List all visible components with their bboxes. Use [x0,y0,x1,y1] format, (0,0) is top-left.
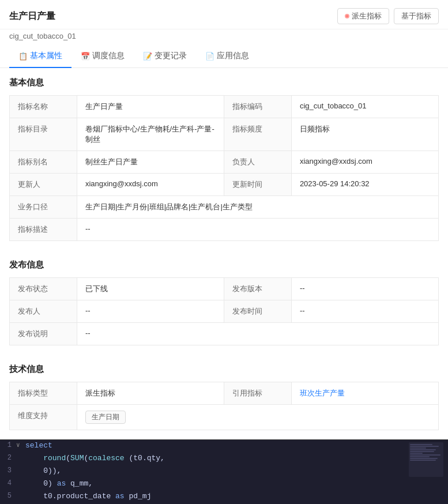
line-num: 5 [0,491,16,501]
label-cell: 指标目录 [10,118,77,151]
value-cell: cig_cut_tobacco_01 [291,96,438,118]
minimap-lines [409,442,443,462]
value-cell: 生产日期 [77,405,438,430]
value-cell: -- [291,300,438,323]
value-cell: 班次生产产量 [291,382,438,405]
label-cell: 业务口径 [10,196,77,219]
code-line-3: 3 0)), [0,465,448,478]
dimension-tag[interactable]: 生产日期 [85,411,126,424]
referenced-indicator-link[interactable]: 班次生产产量 [300,389,345,397]
minimap [409,442,443,477]
label-cell: 发布时间 [224,300,291,323]
value-cell: -- [77,323,438,345]
tabs-bar: 📋 基本属性 📅 调度信息 📝 变更记录 📄 应用信息 [0,45,448,68]
label-cell: 维度支持 [10,405,77,430]
table-row: 指标名称 生产日产量 指标编码 cig_cut_tobacco_01 [10,96,439,118]
tab-apply[interactable]: 📄 应用信息 [196,45,258,68]
changes-tab-label: 变更记录 [155,51,187,61]
label-cell: 指标类型 [10,382,77,405]
code-line-4: 4 0) as q_mm, [0,478,448,491]
code-line-1: 1 ∨ select [0,440,448,453]
table-row: 指标类型 派生指标 引用指标 班次生产产量 [10,382,439,405]
label-cell: 指标描述 [10,219,77,241]
label-cell: 引用指标 [224,382,291,405]
line-num: 3 [0,465,16,476]
value-cell: 生产日产量 [77,96,224,118]
label-cell: 负责人 [224,151,291,174]
label-cell: 指标编码 [224,96,291,118]
line-num: 4 [0,478,16,488]
table-row: 业务口径 生产日期|生产月份|班组|品牌名|生产机台|生产类型 [10,196,439,219]
page-container: 生产日产量 派生指标 基于指标 cig_cut_tobacco_01 📋 基本属… [0,0,448,504]
page-title: 生产日产量 [9,10,55,22]
table-row: 发布状态 已下线 发布版本 -- [10,278,439,300]
tab-schedule[interactable]: 📅 调度信息 [71,45,134,68]
fold-toggle[interactable]: ∨ [16,440,25,450]
table-row: 发布人 -- 发布时间 -- [10,300,439,323]
fold-toggle [16,465,25,475]
tech-info-section: 技术信息 指标类型 派生指标 引用指标 班次生产产量 维度支持 生产日期 [0,355,448,430]
label-cell: 发布人 [10,300,77,323]
top-header: 生产日产量 派生指标 基于指标 [0,0,448,29]
table-row: 指标目录 卷烟厂指标中心/生产物耗/生产科-产量-制丝 指标频度 日频指标 [10,118,439,151]
derived-indicator-button[interactable]: 派生指标 [337,8,389,24]
fold-toggle [16,491,25,500]
basic-tab-icon: 📋 [18,52,28,61]
publish-info-section: 发布信息 发布状态 已下线 发布版本 -- 发布人 -- 发布时间 -- 发布说… [0,250,448,345]
value-cell: -- [77,300,224,323]
code-section: 1 ∨ select 2 round(SUM(coalesce (t0.qty,… [0,439,448,504]
table-row: 更新人 xiangxing@xxdsj.com 更新时间 2023-05-29 … [10,174,439,196]
label-cell: 指标别名 [10,151,77,174]
code-line-5: 5 t0.product_date as pd_mj [0,491,448,503]
tech-info-title: 技术信息 [9,364,439,375]
value-cell: 日频指标 [291,118,438,151]
value-cell: 已下线 [77,278,224,300]
basic-tab-label: 基本属性 [30,51,62,61]
table-row: 指标描述 -- [10,219,439,241]
line-content: 0) as q_mm, [25,478,93,489]
label-cell: 更新时间 [224,174,291,196]
schedule-tab-icon: 📅 [81,52,90,61]
publish-info-title: 发布信息 [9,259,439,270]
fold-toggle [16,478,25,487]
table-row: 维度支持 生产日期 [10,405,439,430]
line-content: round(SUM(coalesce (t0.qty, [25,453,165,464]
tab-basic[interactable]: 📋 基本属性 [9,45,71,68]
value-cell: -- [291,278,438,300]
line-content: select [25,440,52,451]
fold-toggle [16,453,25,462]
apply-tab-icon: 📄 [205,52,214,61]
value-cell: 制丝生产日产量 [77,151,224,174]
header-buttons: 派生指标 基于指标 [337,8,439,24]
line-content: 0)), [25,465,61,476]
basic-info-table: 指标名称 生产日产量 指标编码 cig_cut_tobacco_01 指标目录 … [9,95,439,241]
code-line-2: 2 round(SUM(coalesce (t0.qty, [0,453,448,465]
label-cell: 更新人 [10,174,77,196]
value-cell: xiangxing@xxdsj.com [291,151,438,174]
changes-tab-icon: 📝 [143,52,152,61]
value-cell: 生产日期|生产月份|班组|品牌名|生产机台|生产类型 [77,196,438,219]
dot-icon [345,14,349,18]
derived-button-label: 派生指标 [352,11,382,21]
label-cell: 发布版本 [224,278,291,300]
label-cell: 指标频度 [224,118,291,151]
table-row: 发布说明 -- [10,323,439,345]
tech-info-table: 指标类型 派生指标 引用指标 班次生产产量 维度支持 生产日期 [9,382,439,430]
value-cell: -- [77,219,438,241]
value-cell: 卷烟厂指标中心/生产物耗/生产科-产量-制丝 [77,118,224,151]
line-content: t0.product_date as pd_mj [25,491,151,502]
label-cell: 发布说明 [10,323,77,345]
basic-info-section: 基本信息 指标名称 生产日产量 指标编码 cig_cut_tobacco_01 … [0,68,448,241]
label-cell: 指标名称 [10,96,77,118]
apply-tab-label: 应用信息 [217,51,249,61]
subtitle: cig_cut_tobacco_01 [0,29,448,45]
label-cell: 发布状态 [10,278,77,300]
tab-changes[interactable]: 📝 变更记录 [134,45,196,68]
publish-info-table: 发布状态 已下线 发布版本 -- 发布人 -- 发布时间 -- 发布说明 -- [9,277,439,345]
value-cell: xiangxing@xxdsj.com [77,174,224,196]
schedule-tab-label: 调度信息 [92,51,125,61]
table-row: 指标别名 制丝生产日产量 负责人 xiangxing@xxdsj.com [10,151,439,174]
value-cell: 派生指标 [77,382,224,405]
line-num: 1 [0,440,16,450]
based-indicator-button[interactable]: 基于指标 [394,8,439,24]
